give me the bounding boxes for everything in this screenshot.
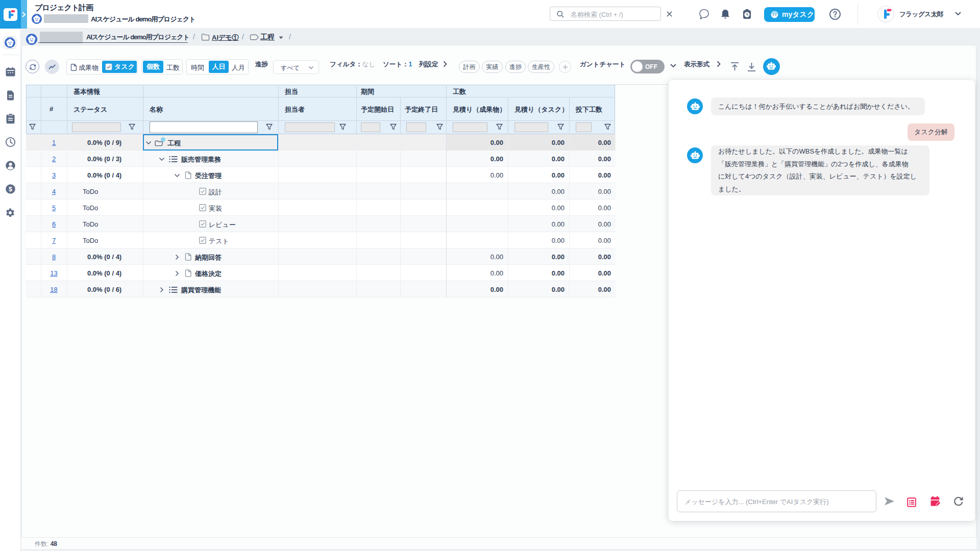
svg-text:$: $ — [9, 186, 12, 193]
